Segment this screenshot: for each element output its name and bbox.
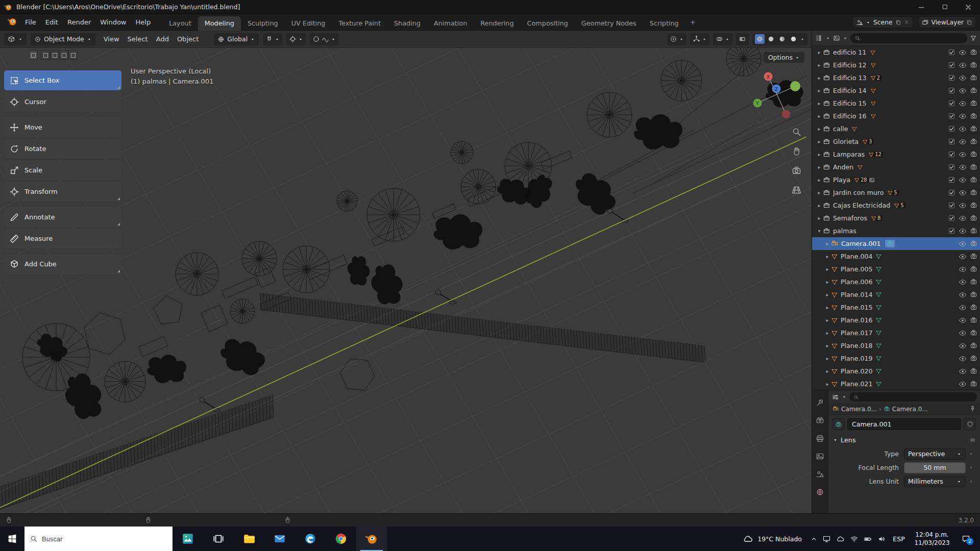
- camera-render-icon[interactable]: [970, 202, 977, 209]
- outliner-item-lamparas[interactable]: ▸Lamparas12: [812, 148, 980, 161]
- camera-render-icon[interactable]: [970, 99, 977, 107]
- tool-add-cube[interactable]: Add Cube: [4, 254, 121, 274]
- camera-render-icon[interactable]: [970, 355, 977, 362]
- checkbox-icon[interactable]: [948, 189, 955, 196]
- camera-render-icon[interactable]: [970, 163, 977, 171]
- editor-type-button[interactable]: [4, 33, 27, 45]
- taskbar-app-photos[interactable]: [173, 527, 203, 551]
- copy-icon[interactable]: [895, 19, 901, 26]
- outliner-search-input[interactable]: [863, 35, 963, 42]
- shading-material-button[interactable]: [777, 34, 787, 44]
- outliner-item-anden[interactable]: ▸Anden: [812, 161, 980, 173]
- workspace-tab-modeling[interactable]: Modeling: [198, 16, 241, 31]
- minimize-button[interactable]: [910, 0, 933, 14]
- outliner-item-edificio-15[interactable]: ▸Edificio 15: [812, 97, 980, 110]
- viewport-menu-add[interactable]: Add: [152, 33, 173, 45]
- checkbox-icon[interactable]: [948, 87, 955, 94]
- eye-icon[interactable]: [959, 367, 967, 375]
- camera-render-icon[interactable]: [970, 380, 977, 388]
- workspace-tab-geometry-nodes[interactable]: Geometry Nodes: [575, 16, 643, 31]
- outliner-item-camera-001[interactable]: ▸Camera.001: [812, 237, 980, 250]
- camera-render-icon[interactable]: [970, 342, 977, 349]
- tool-option-toggle-5[interactable]: [68, 51, 78, 60]
- camera-render-icon[interactable]: [970, 253, 977, 260]
- workspace-tab-texture-paint[interactable]: Texture Paint: [332, 16, 387, 31]
- properties-tab-render-tab-icon[interactable]: [815, 415, 825, 426]
- eye-icon[interactable]: [959, 151, 967, 159]
- outliner-item-plane-014[interactable]: ▸Plane.014: [812, 288, 980, 301]
- display-mode-icon[interactable]: [833, 35, 840, 42]
- camera-render-icon[interactable]: [970, 240, 977, 247]
- expander-icon[interactable]: ▸: [824, 381, 831, 387]
- outliner-item-edificio-14[interactable]: ▸Edificio 14: [812, 84, 980, 97]
- menu-hamburger-icon[interactable]: [969, 437, 976, 443]
- outliner-item-plane-021[interactable]: ▸Plane.021: [812, 378, 980, 390]
- expander-icon[interactable]: ▸: [824, 279, 831, 285]
- expander-icon[interactable]: ▸: [816, 190, 823, 195]
- menu-window[interactable]: Window: [95, 16, 131, 28]
- checkbox-icon[interactable]: [948, 99, 955, 107]
- expander-icon[interactable]: ▸: [816, 75, 823, 81]
- decorator-dot-icon[interactable]: [966, 479, 976, 484]
- camera-render-icon[interactable]: [970, 176, 977, 184]
- expander-icon[interactable]: ▸: [816, 177, 823, 183]
- checkbox-icon[interactable]: [948, 74, 955, 82]
- expander-icon[interactable]: ▸: [816, 126, 823, 132]
- eye-icon[interactable]: [959, 163, 967, 171]
- camera-render-icon[interactable]: [970, 227, 977, 235]
- expander-icon[interactable]: ▸: [816, 139, 823, 144]
- eye-icon[interactable]: [959, 189, 967, 197]
- blender-menu-button[interactable]: [4, 16, 20, 28]
- outliner-search[interactable]: [850, 33, 967, 43]
- workspace-tab-uv-editing[interactable]: UV Editing: [285, 16, 332, 31]
- outliner-item-plane-004[interactable]: ▸Plane.004: [812, 250, 980, 263]
- maximize-button[interactable]: [933, 0, 957, 14]
- xray-toggle[interactable]: [736, 33, 749, 45]
- camera-render-icon[interactable]: [970, 214, 977, 222]
- eye-icon[interactable]: [959, 227, 967, 235]
- outliner-item-playa[interactable]: ▸Playa28: [812, 173, 980, 186]
- workspace-tab-rendering[interactable]: Rendering: [474, 16, 520, 31]
- camera-render-icon[interactable]: [970, 329, 977, 337]
- eye-icon[interactable]: [959, 329, 967, 337]
- eye-icon[interactable]: [959, 87, 967, 95]
- overlays-toggle[interactable]: [713, 33, 732, 45]
- tool-measure[interactable]: Measure: [4, 229, 121, 248]
- taskbar-search-input[interactable]: [42, 535, 167, 543]
- workspace-tab-layout[interactable]: Layout: [162, 16, 198, 31]
- camera-render-icon[interactable]: [970, 304, 977, 311]
- outliner-editor-icon[interactable]: [815, 34, 823, 42]
- expander-icon[interactable]: ▸: [824, 330, 831, 336]
- outliner-item-plane-019[interactable]: ▸Plane.019: [812, 352, 980, 365]
- checkbox-icon[interactable]: [948, 48, 955, 56]
- selectability-toggle[interactable]: [667, 33, 687, 45]
- filter-funnel-icon[interactable]: [970, 35, 977, 42]
- tool-annotate[interactable]: Annotate: [4, 207, 121, 227]
- workspace-tab-animation[interactable]: Animation: [427, 16, 474, 31]
- snapping-controls[interactable]: [263, 33, 282, 45]
- camera-render-icon[interactable]: [970, 112, 977, 120]
- checkbox-icon[interactable]: [948, 202, 955, 209]
- start-button[interactable]: [0, 527, 24, 551]
- snap-target-controls[interactable]: [286, 33, 306, 45]
- tool-scale[interactable]: Scale: [4, 160, 121, 180]
- checkbox-icon[interactable]: [948, 163, 955, 171]
- lens-section-header[interactable]: Lens: [828, 432, 980, 447]
- camera-render-icon[interactable]: [970, 265, 977, 273]
- expander-icon[interactable]: ▸: [824, 292, 831, 297]
- weather-widget[interactable]: 19°C Nublado: [737, 534, 807, 544]
- breadcrumb-data[interactable]: Camera.0...: [892, 406, 928, 413]
- tool-option-toggle-4[interactable]: [59, 51, 68, 60]
- outliner-item-cajas-electricidad[interactable]: ▸Cajas Electricidad5: [812, 199, 980, 212]
- expander-icon[interactable]: ▸: [816, 101, 823, 106]
- gizmos-toggle[interactable]: [690, 33, 709, 45]
- menu-edit[interactable]: Edit: [41, 16, 63, 28]
- menu-help[interactable]: Help: [131, 16, 156, 28]
- eye-icon[interactable]: [959, 214, 967, 222]
- network-tray-button[interactable]: [847, 535, 861, 543]
- expander-icon[interactable]: ▸: [824, 305, 831, 310]
- checkbox-icon[interactable]: [948, 176, 955, 184]
- wireframe-scene[interactable]: [0, 48, 812, 513]
- expander-icon[interactable]: ▸: [824, 254, 831, 259]
- expander-icon[interactable]: ▸: [816, 113, 823, 119]
